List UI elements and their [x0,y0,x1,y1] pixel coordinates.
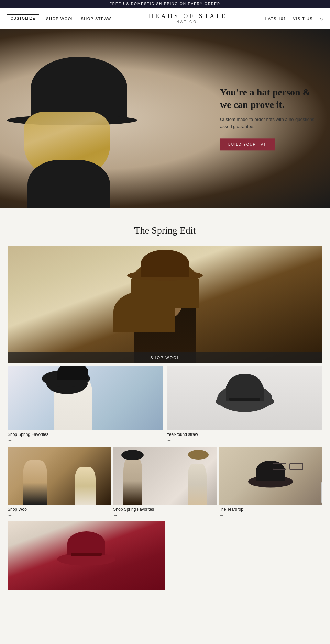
build-hat-button[interactable]: BUILD YOUR HAT [220,139,275,151]
spring-small-image [113,447,217,505]
nav-shop-wool[interactable]: SHOP WOOL [46,16,74,21]
shop-wool-small-card[interactable]: Shop Wool → [8,447,111,518]
hero-section: You're a hat person & we can prove it. C… [0,29,330,208]
wool-small-label: Shop Wool [8,507,111,512]
scroll-indicator [321,482,322,503]
straw-label: Year-round straw [167,432,322,437]
small-cards-grid: Shop Wool → Shop Spring Favorites → [8,447,322,518]
wool-small-arrow: → [8,512,111,518]
teardrop-image [219,447,322,505]
wool-small-image [8,447,111,505]
shop-spring-favorites-card[interactable]: Shop Spring Favorites → [8,366,163,443]
hat-crown [31,57,127,118]
hero-text-block: You're a hat person & we can prove it. C… [220,86,316,150]
wool-main-image [8,246,322,363]
customize-button[interactable]: CUSTOMIZE [7,14,39,22]
medium-cards-grid: Shop Spring Favorites → Year-round straw… [8,366,322,443]
burgundy-hat-image [8,521,165,590]
nav-shop-straw[interactable]: SHOP STRAW [81,16,111,21]
nav-right: HATS 101 VISIT US ⌕ [265,15,323,22]
year-round-straw-card[interactable]: Year-round straw → [167,366,322,443]
promo-banner: FREE US DOMESTIC SHIPPING ON EVERY ORDER [0,0,330,8]
burgundy-hat-card[interactable] [8,521,165,590]
spring-fav-arrow: → [8,438,163,443]
search-icon[interactable]: ⌕ [320,15,323,22]
spring-edit-section: The Spring Edit SHOP WOOL Shop Spring [0,208,330,600]
nav-brand[interactable]: HEADS OF STATE HAT CO. [149,13,228,24]
straw-arrow: → [167,438,322,443]
shop-spring-small-card[interactable]: Shop Spring Favorites → [113,447,217,518]
spring-small-arrow: → [113,512,217,518]
spring-small-label: Shop Spring Favorites [113,507,217,512]
hero-headline: You're a hat person & we can prove it. [220,86,316,111]
straw-image [167,366,322,430]
teardrop-arrow: → [219,512,322,518]
spring-edit-title: The Spring Edit [8,225,322,236]
nav-visit-us[interactable]: VISIT US [293,16,313,21]
shop-wool-main-card[interactable]: SHOP WOOL [8,246,322,363]
hero-subtext: Custom made-to-order hats with a no-ques… [220,116,316,131]
spring-fav-label: Shop Spring Favorites [8,432,163,437]
hero-body [28,160,110,208]
shop-wool-overlay-label: SHOP WOOL [8,352,322,363]
main-nav: CUSTOMIZE SHOP WOOL SHOP STRAW HEADS OF … [0,8,330,29]
teardrop-card[interactable]: The Teardrop → [219,447,322,518]
nav-left: CUSTOMIZE SHOP WOOL SHOP STRAW [7,14,111,22]
nav-hats101[interactable]: HATS 101 [265,16,286,21]
teardrop-label: The Teardrop [219,507,322,512]
spring-fav-image [8,366,163,430]
